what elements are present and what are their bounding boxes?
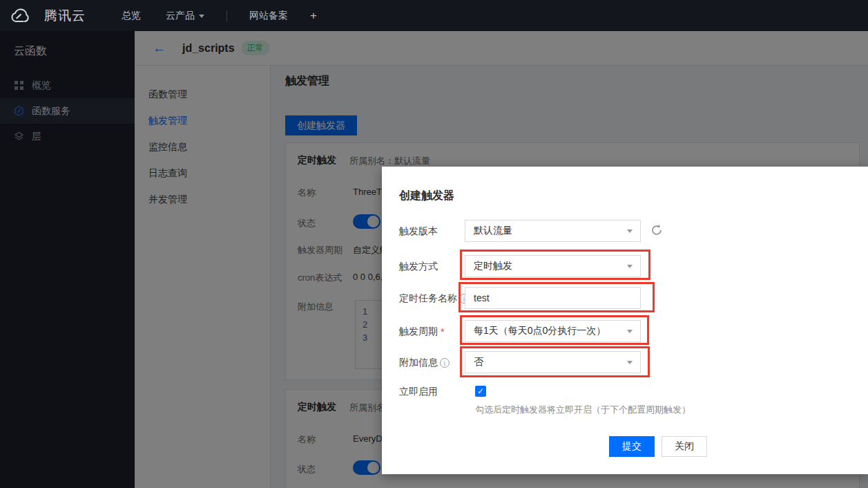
enable-now-label: 立即启用: [399, 386, 438, 398]
extra-info-select-value: 否: [474, 356, 483, 368]
extra-info-select[interactable]: 否: [465, 351, 641, 373]
refresh-icon[interactable]: [650, 223, 665, 238]
version-select[interactable]: 默认流量: [465, 220, 641, 242]
brand-name: 腾讯云: [44, 7, 86, 25]
chevron-down-icon: [199, 15, 204, 18]
nav-beian[interactable]: 网站备案: [249, 10, 288, 22]
info-icon: [440, 358, 450, 368]
submit-button[interactable]: 提交: [609, 436, 655, 457]
trigger-period-select[interactable]: 每1天（每天0点0分执行一次）: [465, 320, 641, 342]
trigger-type-label: 触发方式: [399, 261, 438, 273]
extra-info-label: 附加信息: [399, 357, 450, 369]
tencent-cloud-logo-icon: [10, 8, 30, 24]
close-button[interactable]: 关闭: [662, 436, 707, 457]
trigger-period-select-value: 每1天（每天0点0分执行一次）: [474, 325, 606, 337]
trigger-type-select-value: 定时触发: [474, 260, 512, 272]
nav-products[interactable]: 云产品: [166, 10, 204, 22]
top-nav: 腾讯云 总览 云产品 网站备案 +: [0, 0, 868, 31]
brand[interactable]: 腾讯云: [10, 7, 86, 25]
task-name-input[interactable]: [465, 287, 641, 309]
chevron-down-icon: [627, 265, 633, 268]
task-name-label: 定时任务名称: [399, 292, 475, 305]
chevron-down-icon: [627, 361, 633, 364]
nav-divider: [226, 10, 227, 21]
nav-add-tab[interactable]: +: [310, 9, 317, 23]
trigger-type-select[interactable]: 定时触发: [465, 255, 641, 277]
modal-title: 创建触发器: [399, 189, 454, 203]
enable-now-hint: 勾选后定时触发器将立即开启（于下个配置周期触发）: [475, 404, 691, 416]
create-trigger-modal: 创建触发器 触发版本 默认流量 触发方式 定时触发 定时任务名称 触发周期 每1…: [382, 167, 868, 474]
required-asterisk: [441, 326, 444, 337]
version-label: 触发版本: [399, 225, 438, 238]
enable-now-checkbox[interactable]: [475, 386, 486, 397]
nav-overview[interactable]: 总览: [122, 10, 141, 22]
chevron-down-icon: [627, 330, 633, 333]
version-select-value: 默认流量: [474, 225, 512, 237]
trigger-period-label: 触发周期: [399, 326, 444, 338]
chevron-down-icon: [627, 229, 633, 233]
